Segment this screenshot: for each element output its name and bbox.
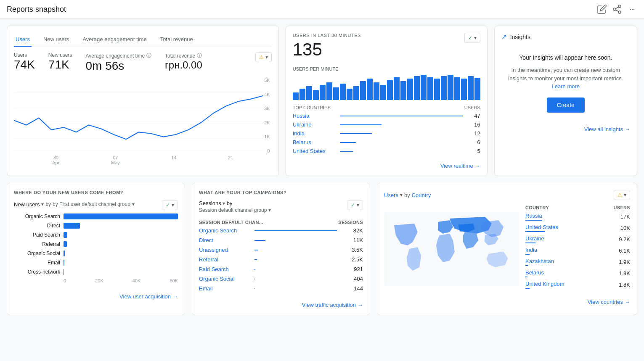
geo-value: 1.8K xyxy=(619,282,630,288)
more-icon[interactable] xyxy=(627,4,637,14)
country-name[interactable]: Ukraine xyxy=(293,121,335,128)
campaign-value: 3.5K xyxy=(342,247,363,253)
rt-bar xyxy=(461,79,467,100)
campaign-bar xyxy=(254,230,337,231)
campaign-name[interactable]: Unassigned xyxy=(199,247,249,253)
h-bar xyxy=(64,213,178,219)
page-header: Reports snapshot xyxy=(0,0,644,19)
learn-more-link[interactable]: Learn more xyxy=(552,83,580,90)
geo-metric-label[interactable]: Users xyxy=(384,192,398,198)
dropdown-arrow: ▾ xyxy=(41,201,44,207)
svg-point-0 xyxy=(618,5,621,8)
sessions-subheader[interactable]: Session default channel group ▾ xyxy=(199,207,271,213)
country-name[interactable]: Russia xyxy=(293,113,335,119)
dropdown-arrow-camp: ▾ xyxy=(357,202,359,208)
campaign-name[interactable]: Paid Search xyxy=(199,266,249,272)
acquisition-status-btn[interactable]: ✓ ▾ xyxy=(162,200,178,210)
svg-point-6 xyxy=(632,9,633,10)
rt-bar xyxy=(400,81,406,100)
h-bar-label: Direct xyxy=(14,223,60,229)
rt-bar xyxy=(320,85,326,100)
geo-table: COUNTRY USERS Russia 17K United States xyxy=(525,205,630,292)
campaign-name[interactable]: Email xyxy=(199,285,249,292)
geo-bar xyxy=(525,277,527,277)
view-countries-link[interactable]: View countries → xyxy=(588,299,630,305)
check-icon: ✓ xyxy=(468,35,472,41)
geo-name[interactable]: India xyxy=(525,247,537,253)
dropdown-arrow-rt: ▾ xyxy=(474,35,477,41)
rt-bar xyxy=(414,76,420,100)
tab-engagement[interactable]: Average engagement time xyxy=(81,33,148,47)
arrow-icon: → xyxy=(172,293,178,300)
geo-status-btn[interactable]: ⚠ ▾ xyxy=(614,190,630,200)
rt-bar xyxy=(394,77,400,100)
geo-row: United Kingdom 1.8K xyxy=(525,281,630,289)
campaign-name[interactable]: Organic Social xyxy=(199,276,249,282)
insights-sub-text: In the meantime, you can create new cust… xyxy=(508,66,623,91)
rt-bar xyxy=(333,87,339,100)
tab-new-users[interactable]: New users xyxy=(42,33,71,47)
tab-revenue[interactable]: Total revenue xyxy=(159,33,195,47)
view-all-insights-link[interactable]: View all insights → xyxy=(584,126,630,132)
realtime-status-btn[interactable]: ✓ ▾ xyxy=(464,33,480,43)
geo-bar xyxy=(525,231,545,232)
country-name[interactable]: India xyxy=(293,130,335,137)
country-row: Belarus 6 xyxy=(293,139,480,145)
h-bar-label: Cross-network xyxy=(14,269,60,275)
rt-bar xyxy=(360,81,366,100)
dropdown-arrow-acq: ▾ xyxy=(172,202,174,208)
acquisition-card: WHERE DO YOUR NEW USERS COME FROM? New u… xyxy=(7,183,185,315)
campaign-row: Unassigned 3.5K xyxy=(199,247,363,253)
create-button[interactable]: Create xyxy=(547,97,585,113)
arrow-icon: → xyxy=(475,163,480,169)
help-icon[interactable]: ⓘ xyxy=(146,52,151,59)
campaign-name[interactable]: Organic Search xyxy=(199,227,249,234)
sessions-header: Sessions ▾ by xyxy=(199,200,271,206)
campaigns-card: WHAT ARE YOUR TOP CAMPAIGNS? Sessions ▾ … xyxy=(192,183,370,315)
h-bar xyxy=(64,269,64,275)
help-icon-2[interactable]: ⓘ xyxy=(197,52,202,59)
campaign-name[interactable]: Referral xyxy=(199,256,249,263)
svg-line-3 xyxy=(616,10,619,12)
geo-name[interactable]: Kazakhstan xyxy=(525,258,554,264)
rt-bar xyxy=(374,82,379,100)
geo-name[interactable]: Ukraine xyxy=(525,235,544,242)
users-label: Users xyxy=(14,52,35,58)
campaigns-status-btn[interactable]: ✓ ▾ xyxy=(347,200,363,210)
view-campaigns-link[interactable]: View traffic acquisition → xyxy=(302,302,363,308)
rt-bar xyxy=(468,76,474,100)
svg-point-5 xyxy=(630,9,631,10)
geo-row: Belarus 1.9K xyxy=(525,269,630,277)
geo-table-header: COUNTRY USERS xyxy=(525,205,630,210)
view-acquisition-link[interactable]: View user acquisition → xyxy=(119,293,178,300)
geo-name[interactable]: United Kingdom xyxy=(525,281,564,287)
tab-users[interactable]: Users xyxy=(14,33,32,47)
realtime-count: 135 xyxy=(293,40,361,60)
country-name[interactable]: United States xyxy=(293,148,335,154)
geo-row: United States 10K xyxy=(525,224,630,232)
svg-point-2 xyxy=(618,11,621,13)
insights-icon: ↗ xyxy=(501,33,507,41)
arrow-icon: → xyxy=(625,299,630,305)
users-col-label: USERS xyxy=(464,105,480,110)
h-bar-row: Organic Social xyxy=(14,250,178,256)
chart-y-labels: 5K4K3K2K1K0 xyxy=(262,78,271,153)
geo-name[interactable]: United States xyxy=(525,224,558,230)
view-realtime-link[interactable]: View realtime → xyxy=(440,163,480,169)
rt-bar xyxy=(347,89,352,100)
metrics-status-btn[interactable]: ⚠ ▾ xyxy=(255,52,272,62)
geo-name[interactable]: Russia xyxy=(525,213,542,219)
h-bar-row: Paid Search xyxy=(14,232,178,238)
geo-dim-label[interactable]: Country xyxy=(412,192,431,198)
country-name[interactable]: Belarus xyxy=(293,139,335,145)
share-icon[interactable] xyxy=(612,4,622,14)
geo-value: 9.2K xyxy=(619,236,630,242)
campaign-name[interactable]: Direct xyxy=(199,237,249,243)
geo-name[interactable]: Belarus xyxy=(525,269,544,276)
edit-icon[interactable] xyxy=(597,4,607,14)
header-actions xyxy=(597,4,637,14)
geo-bar xyxy=(525,242,535,243)
country-bar-wrap xyxy=(340,151,463,152)
top-row: Users New users Average engagement time … xyxy=(7,26,637,176)
rt-bar xyxy=(448,75,453,100)
